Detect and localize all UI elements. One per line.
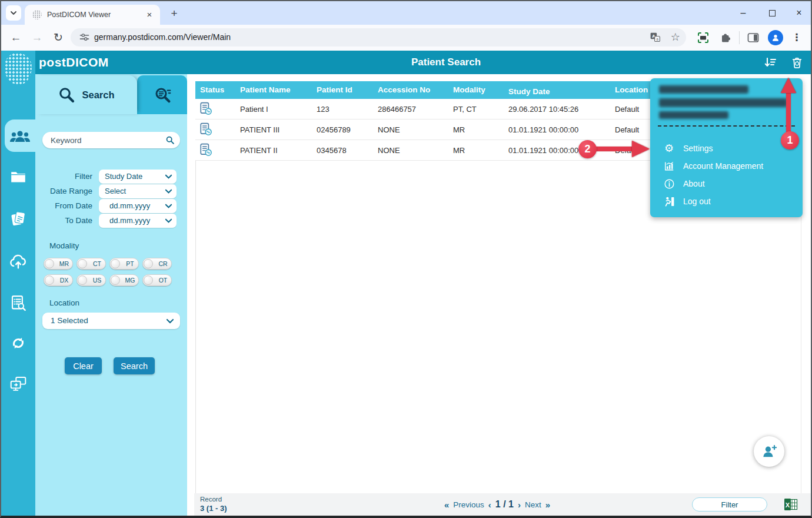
study-report-status-icon	[199, 122, 213, 137]
modality-option-label: OT	[155, 275, 171, 285]
browser-window: PostDICOM Viewer × + – × ← → ↻ germany.p…	[0, 0, 812, 518]
cell-patient-name: Patient I	[235, 105, 312, 114]
sort-order-button[interactable]	[761, 55, 779, 71]
modality-label: Modality	[49, 241, 79, 250]
deleted-items-button[interactable]	[788, 55, 806, 71]
column-header-status[interactable]: Status	[195, 81, 235, 99]
next-page-icon[interactable]: ›	[518, 500, 521, 510]
trash-icon	[790, 55, 804, 70]
modality-option-label: DX	[56, 275, 72, 285]
bar-chart-icon	[663, 161, 675, 172]
tab-search-label: Search	[82, 89, 114, 101]
from-date-label: From Date	[35, 199, 92, 213]
cell-modality: PT, CT	[448, 105, 504, 114]
modality-option-label: US	[89, 275, 105, 285]
tab-search[interactable]: Search	[35, 75, 137, 114]
sidebar-item-share-screens[interactable]	[1, 371, 35, 397]
cell-patient-id: 0345678	[312, 146, 373, 155]
svg-text:X: X	[786, 502, 790, 509]
bookmark-star-icon[interactable]: ☆	[671, 29, 680, 45]
chevron-down-icon	[9, 9, 18, 17]
cell-accession-no: NONE	[373, 125, 448, 134]
modality-toggle-dx[interactable]: DX	[44, 274, 73, 286]
menu-item-label: About	[683, 179, 705, 188]
column-header-modality[interactable]: Modality	[448, 81, 504, 99]
browser-tab[interactable]: PostDICOM Viewer ×	[25, 5, 160, 25]
column-header-accession-no[interactable]: Accession No	[373, 81, 448, 99]
user-info-redacted	[659, 111, 728, 119]
extensions-puzzle-icon[interactable]	[718, 31, 733, 45]
filter-select[interactable]: Study Date	[99, 170, 177, 184]
from-date-select[interactable]: dd.mm.yyyy	[99, 199, 177, 213]
status-cell	[195, 102, 235, 116]
forward-button[interactable]: →	[29, 30, 45, 45]
sidebar-item-folders[interactable]	[1, 164, 35, 190]
sidebar-item-worklist[interactable]	[1, 290, 35, 316]
clear-button[interactable]: Clear	[65, 357, 102, 374]
tab-advanced-search[interactable]	[137, 75, 187, 114]
column-header-study-date[interactable]: ▼Study Date	[504, 81, 610, 99]
browser-profile-avatar[interactable]	[768, 30, 783, 45]
annotation-step-2-badge: 2	[578, 140, 597, 158]
menu-item-about[interactable]: About	[650, 175, 803, 192]
side-panel-icon[interactable]	[746, 31, 760, 45]
window-close-button[interactable]: ×	[786, 1, 812, 25]
menu-divider	[658, 125, 795, 127]
browser-menu-kebab-icon[interactable]: ⋮	[791, 30, 803, 45]
modality-toggle-ct[interactable]: CT	[76, 258, 106, 270]
modality-option-label: MR	[56, 258, 72, 269]
filter-select-value: Study Date	[105, 172, 142, 181]
modality-toggle-mr[interactable]: MR	[44, 258, 73, 270]
location-select[interactable]: 1 Selected	[42, 313, 180, 329]
location-select-value: 1 Selected	[51, 316, 88, 325]
filter-button[interactable]: Filter	[692, 497, 767, 512]
to-date-label: To Date	[35, 214, 92, 228]
svg-text:a: a	[656, 37, 658, 41]
search-button[interactable]: Search	[114, 357, 155, 374]
keyword-input[interactable]	[51, 132, 159, 148]
studies-stack-icon	[9, 210, 28, 228]
menu-item-account-management[interactable]: Account Management	[650, 157, 803, 175]
url-text: germany.postdicom.com/Viewer/Main	[94, 28, 231, 47]
reload-button[interactable]: ↻	[51, 30, 66, 45]
menu-item-settings[interactable]: ⚙ Settings	[650, 140, 803, 157]
back-button[interactable]: ←	[8, 30, 24, 45]
modality-toggle-pt[interactable]: PT	[109, 258, 139, 270]
next-page-button[interactable]: Next	[525, 500, 541, 509]
modality-toggle-us[interactable]: US	[76, 274, 106, 286]
add-person-icon	[761, 444, 777, 459]
screen-capture-icon[interactable]	[696, 31, 710, 45]
first-page-icon[interactable]: «	[444, 500, 449, 510]
sidebar-item-upload[interactable]	[1, 248, 35, 274]
previous-page-button[interactable]: Previous	[453, 500, 484, 509]
add-patient-fab[interactable]	[754, 436, 784, 467]
tab-search-button[interactable]	[6, 5, 21, 21]
column-header-patient-id[interactable]: Patient Id	[312, 81, 373, 99]
sort-descending-icon	[763, 56, 778, 70]
new-tab-button[interactable]: +	[167, 6, 181, 21]
sidebar-item-transfer[interactable]	[1, 330, 35, 356]
annotation-arrow-1-shaft	[786, 92, 791, 135]
tab-close-icon[interactable]: ×	[144, 9, 155, 21]
search-icon[interactable]	[165, 135, 175, 145]
modality-option-label: PT	[122, 258, 138, 269]
modality-toggle-ot[interactable]: OT	[142, 274, 172, 286]
window-maximize-button[interactable]	[758, 1, 786, 25]
cell-patient-id: 123	[312, 105, 373, 114]
export-excel-button[interactable]: X	[784, 498, 798, 511]
translate-icon[interactable]: Aa	[649, 31, 661, 44]
menu-item-log-out[interactable]: Log out	[650, 192, 803, 210]
site-settings-icon[interactable]	[78, 31, 91, 44]
date-range-select[interactable]: Select	[99, 184, 177, 198]
modality-toggle-cr[interactable]: CR	[142, 258, 172, 270]
last-page-icon[interactable]: »	[545, 500, 550, 510]
address-bar[interactable]: germany.postdicom.com/Viewer/Main Aa ☆	[71, 28, 686, 47]
previous-page-icon[interactable]: ‹	[488, 500, 491, 510]
chevron-down-icon	[165, 173, 172, 180]
sidebar-item-patient-search[interactable]	[5, 119, 35, 152]
column-header-patient-name[interactable]: Patient Name	[235, 81, 312, 99]
sidebar-item-studies[interactable]	[1, 206, 35, 232]
window-minimize-button[interactable]: –	[730, 1, 757, 25]
to-date-select[interactable]: dd.mm.yyyy	[99, 214, 177, 228]
modality-toggle-mg[interactable]: MG	[109, 274, 139, 286]
